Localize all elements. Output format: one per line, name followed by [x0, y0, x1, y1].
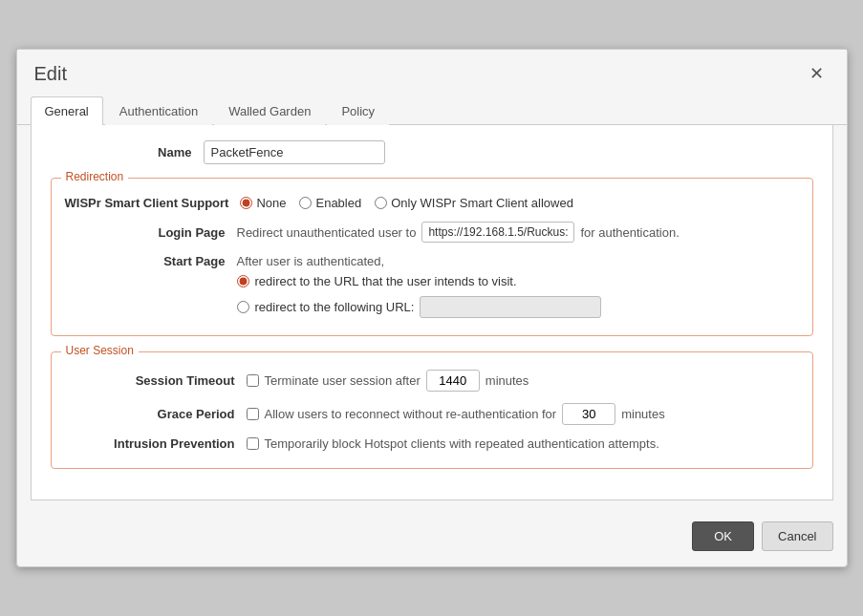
start-following-radio[interactable]: [237, 301, 249, 313]
tab-general[interactable]: General: [31, 96, 103, 125]
start-intends-radio[interactable]: [237, 275, 249, 287]
tab-walled-garden[interactable]: Walled Garden: [214, 96, 325, 125]
start-page-after: After user is authenticated,: [237, 254, 602, 268]
cancel-button[interactable]: Cancel: [762, 521, 832, 551]
grace-period-input[interactable]: [562, 403, 615, 425]
grace-period-control: Allow users to reconnect without re-auth…: [247, 403, 665, 425]
close-button[interactable]: ✕: [804, 61, 830, 86]
wispr-enabled-option[interactable]: Enabled: [299, 196, 361, 210]
wispr-only-label: Only WISPr Smart Client allowed: [391, 196, 573, 210]
tab-policy[interactable]: Policy: [327, 96, 389, 125]
wispr-none-radio[interactable]: [240, 197, 252, 209]
login-redirect-text: Redirect unauthenticated user to: [237, 225, 417, 240]
wispr-label: WISPr Smart Client Support: [65, 196, 241, 210]
login-url-input[interactable]: [421, 222, 574, 243]
wispr-enabled-radio[interactable]: [299, 197, 312, 209]
grace-period-text: Allow users to reconnect without re-auth…: [265, 407, 557, 421]
start-page-content: After user is authenticated, redirect to…: [237, 254, 602, 318]
wispr-radio-group: None Enabled Only WISPr Smart Client all…: [240, 196, 573, 210]
start-page-label: Start Page: [65, 254, 237, 268]
user-session-title: User Session: [61, 344, 139, 357]
start-option-2-label: redirect to the following URL:: [255, 300, 415, 314]
dialog-header: Edit ✕: [17, 50, 847, 96]
intrusion-checkbox[interactable]: [247, 437, 259, 450]
session-timeout-text: Terminate user session after: [265, 373, 421, 388]
dialog-content: Name Redirection WISPr Smart Client Supp…: [31, 125, 833, 500]
dialog-title: Edit: [34, 63, 67, 85]
start-page-row: Start Page After user is authenticated, …: [65, 254, 799, 318]
wispr-none-label: None: [256, 196, 286, 210]
redirection-section: Redirection WISPr Smart Client Support N…: [51, 178, 813, 336]
dialog-footer: OK Cancel: [17, 514, 847, 566]
edit-dialog: Edit ✕ General Authentication Walled Gar…: [16, 49, 848, 567]
session-timeout-unit: minutes: [485, 373, 529, 388]
intrusion-text: Temporarily block Hotspot clients with r…: [265, 436, 659, 451]
ok-button[interactable]: OK: [692, 521, 754, 551]
redirection-title: Redirection: [61, 170, 129, 183]
wispr-row: WISPr Smart Client Support None Enabled …: [65, 196, 799, 210]
session-timeout-checkbox[interactable]: [247, 374, 259, 387]
login-auth-text: for authentication.: [580, 225, 679, 240]
wispr-none-option[interactable]: None: [240, 196, 286, 210]
name-label: Name: [51, 145, 204, 159]
name-row: Name: [51, 140, 813, 164]
start-option-1[interactable]: redirect to the URL that the user intend…: [237, 274, 602, 288]
wispr-only-option[interactable]: Only WISPr Smart Client allowed: [375, 196, 573, 210]
user-session-section: User Session Session Timeout Terminate u…: [51, 351, 813, 469]
start-options: redirect to the URL that the user intend…: [237, 274, 602, 318]
session-timeout-control: Terminate user session after minutes: [247, 370, 529, 392]
login-page-label: Login Page: [65, 225, 237, 240]
wispr-only-radio[interactable]: [375, 197, 387, 209]
grace-period-row: Grace Period Allow users to reconnect wi…: [65, 403, 799, 425]
intrusion-label: Intrusion Prevention: [65, 436, 247, 451]
session-timeout-input[interactable]: [426, 370, 480, 392]
start-option-1-label: redirect to the URL that the user intend…: [255, 274, 517, 288]
name-input[interactable]: [204, 140, 385, 164]
login-page-row: Login Page Redirect unauthenticated user…: [65, 222, 799, 243]
session-timeout-label: Session Timeout: [65, 373, 247, 388]
wispr-enabled-label: Enabled: [315, 196, 361, 210]
start-option-2[interactable]: redirect to the following URL:: [237, 296, 602, 318]
start-url-input[interactable]: [420, 296, 601, 318]
grace-period-label: Grace Period: [65, 407, 247, 421]
intrusion-control: Temporarily block Hotspot clients with r…: [247, 436, 659, 451]
session-timeout-row: Session Timeout Terminate user session a…: [65, 370, 799, 392]
tab-bar: General Authentication Walled Garden Pol…: [17, 96, 847, 125]
tab-authentication[interactable]: Authentication: [105, 96, 212, 125]
intrusion-row: Intrusion Prevention Temporarily block H…: [65, 436, 799, 451]
grace-period-unit: minutes: [621, 407, 665, 421]
grace-period-checkbox[interactable]: [247, 408, 259, 420]
